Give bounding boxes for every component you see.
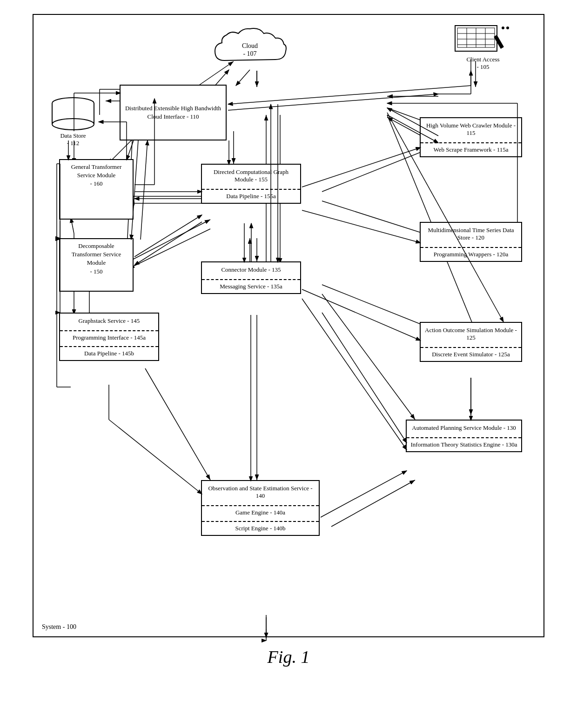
svg-line-109 bbox=[321, 471, 407, 517]
connector-label: Connector Module - 135 bbox=[202, 262, 300, 277]
graphstack-label: Graphstack Service - 145 bbox=[60, 314, 158, 328]
client-access-label: Client Access bbox=[448, 56, 518, 63]
svg-point-56 bbox=[502, 27, 504, 29]
data-store-number: - 112 bbox=[45, 140, 101, 147]
svg-line-103 bbox=[322, 313, 407, 443]
svg-line-29 bbox=[145, 368, 210, 480]
svg-line-83 bbox=[141, 140, 148, 240]
general-transformer-number: - 160 bbox=[64, 180, 129, 188]
cloud-interface-label: Distributed Extensible High Bandwidth Cl… bbox=[124, 104, 222, 121]
observation-sub1: Game Engine - 140a bbox=[202, 505, 319, 519]
page-container: Cloud - 107 bbox=[0, 0, 577, 728]
diagram-area: Cloud - 107 bbox=[33, 14, 544, 637]
svg-line-98 bbox=[302, 147, 421, 187]
graphstack-sub2: Data Pipeline - 145b bbox=[60, 346, 158, 360]
svg-line-21 bbox=[129, 229, 210, 268]
svg-line-69 bbox=[228, 94, 438, 110]
action-outcome-label: Action Outcome Simulation Module - 125 bbox=[421, 323, 521, 345]
multidimensional-outer: Multidimensional Time Series Data Store … bbox=[420, 222, 522, 262]
graphstack-sub1: Programming Interface - 145a bbox=[60, 330, 158, 344]
general-transformer-label: General Transformer Service Module bbox=[64, 163, 129, 180]
svg-line-99 bbox=[302, 210, 421, 243]
svg-line-18 bbox=[71, 217, 74, 234]
svg-line-105 bbox=[109, 420, 202, 494]
automated-planning-sub1: Information Theory Statistics Engine - 1… bbox=[407, 437, 521, 451]
client-access-number: - 105 bbox=[448, 63, 518, 71]
svg-line-85 bbox=[134, 222, 202, 265]
action-outcome-outer: Action Outcome Simulation Module - 125 D… bbox=[420, 322, 522, 362]
svg-text:Cloud: Cloud bbox=[242, 42, 258, 49]
svg-point-62 bbox=[52, 119, 94, 130]
multidimensional-sub1: Programming Wrappers - 120a bbox=[421, 247, 521, 261]
svg-line-77 bbox=[127, 140, 134, 160]
directed-comp-label: Directed Computational Graph Module - 15… bbox=[202, 165, 300, 187]
automated-planning-outer: Automated Planning Service Module - 130 … bbox=[406, 420, 522, 452]
directed-comp-outer: Directed Computational Graph Module - 15… bbox=[201, 164, 301, 204]
fig-label: Fig. 1 bbox=[268, 647, 310, 667]
svg-line-66 bbox=[215, 70, 229, 86]
graphstack-outer: Graphstack Service - 145 Programming Int… bbox=[59, 313, 159, 361]
svg-line-100 bbox=[302, 289, 421, 341]
decomposable-label: Decomposable Transformer Service Module bbox=[64, 242, 129, 267]
svg-line-84 bbox=[134, 215, 202, 257]
data-store: Data Store - 112 bbox=[45, 96, 101, 147]
system-label: System - 100 bbox=[42, 623, 76, 631]
svg-text:- 107: - 107 bbox=[243, 50, 256, 57]
high-volume-label: High Volume Web Crawler Module - 115 bbox=[421, 118, 521, 140]
observation-label: Observation and State Estimation Service… bbox=[202, 481, 319, 503]
svg-line-20 bbox=[129, 220, 210, 261]
svg-line-112 bbox=[302, 299, 407, 450]
svg-line-65 bbox=[236, 70, 250, 86]
data-store-label: Data Store bbox=[45, 132, 101, 140]
observation-sub2: Script Engine - 140b bbox=[202, 521, 319, 535]
high-volume-outer: High Volume Web Crawler Module - 115 Web… bbox=[420, 117, 522, 157]
svg-line-41 bbox=[331, 480, 415, 527]
action-outcome-sub1: Discrete Event Simulator - 125a bbox=[421, 347, 521, 361]
connector-sub1: Messaging Service - 135a bbox=[202, 279, 300, 293]
observation-outer: Observation and State Estimation Service… bbox=[201, 480, 320, 536]
decomposable-transformer-box: Decomposable Transformer Service Module … bbox=[59, 238, 134, 292]
directed-comp-sub1: Data Pipeline - 155a bbox=[202, 189, 300, 203]
high-volume-sub1: Web Scrape Framework - 115a bbox=[421, 142, 521, 156]
svg-point-57 bbox=[506, 27, 509, 29]
cloud-shape: Cloud - 107 bbox=[206, 23, 294, 70]
general-transformer-box: General Transformer Service Module - 160 bbox=[59, 159, 134, 220]
decomposable-number: - 150 bbox=[64, 267, 129, 276]
cloud-interface-box: Distributed Extensible High Bandwidth Cl… bbox=[120, 85, 227, 140]
multidimensional-label: Multidimensional Time Series Data Store … bbox=[421, 223, 521, 245]
svg-line-38 bbox=[322, 294, 415, 420]
svg-line-68 bbox=[228, 86, 471, 104]
automated-planning-label: Automated Planning Service Module - 130 bbox=[407, 421, 521, 435]
connector-outer: Connector Module - 135 Messaging Service… bbox=[201, 261, 301, 294]
client-access-box: Client Access - 105 bbox=[448, 23, 518, 71]
